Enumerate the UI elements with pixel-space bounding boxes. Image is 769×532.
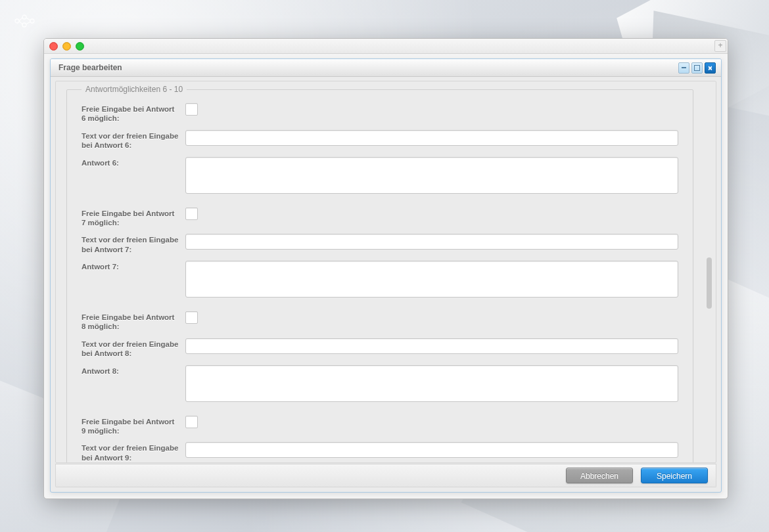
pretext-6-input[interactable] bbox=[185, 130, 678, 146]
free-entry-7-label: Freie Eingabe bei Antwort 7 möglich: bbox=[82, 208, 185, 228]
pretext-9-input[interactable] bbox=[185, 442, 678, 458]
answer-block-6: Freie Eingabe bei Antwort 6 möglich: Tex… bbox=[82, 103, 678, 196]
free-entry-8-label: Freie Eingabe bei Antwort 8 möglich: bbox=[82, 311, 185, 332]
pretext-8-input[interactable] bbox=[185, 338, 678, 354]
svg-line-5 bbox=[19, 21, 22, 24]
pretext-9-label: Text vor der freien Eingabe bei Antwort … bbox=[82, 442, 185, 462]
dialog-body: Antwortmöglichkeiten 6 - 10 Freie Eingab… bbox=[55, 81, 716, 463]
free-entry-9-label: Freie Eingabe bei Antwort 9 möglich: bbox=[82, 416, 185, 436]
answer-7-label: Antwort 7: bbox=[82, 261, 185, 271]
svg-line-6 bbox=[26, 18, 30, 20]
save-button[interactable]: Speichern bbox=[641, 468, 708, 483]
window-close-icon[interactable] bbox=[49, 42, 58, 51]
svg-point-3 bbox=[30, 19, 34, 23]
edit-question-dialog: Frage bearbeiten × Antwortmöglichkeiten … bbox=[50, 58, 722, 493]
answer-8-label: Antwort 8: bbox=[82, 365, 185, 376]
answer-options-fieldset: Antwortmöglichkeiten 6 - 10 Freie Eingab… bbox=[66, 85, 693, 463]
cancel-button[interactable]: Abbrechen bbox=[566, 468, 633, 483]
svg-point-2 bbox=[22, 23, 26, 27]
dialog-title-controls: × bbox=[678, 62, 716, 74]
free-entry-6-checkbox[interactable] bbox=[185, 103, 198, 116]
answer-block-8: Freie Eingabe bei Antwort 8 möglich: Tex… bbox=[82, 311, 678, 404]
dialog-footer: Abbrechen Speichern bbox=[55, 464, 716, 487]
free-entry-8-checkbox[interactable] bbox=[185, 311, 198, 324]
pretext-8-label: Text vor der freien Eingabe bei Antwort … bbox=[82, 338, 185, 359]
answer-6-label: Antwort 6: bbox=[82, 157, 185, 167]
svg-point-1 bbox=[22, 15, 26, 19]
svg-point-0 bbox=[15, 19, 19, 23]
free-entry-6-label: Freie Eingabe bei Antwort 6 möglich: bbox=[82, 103, 185, 123]
answer-6-textarea[interactable] bbox=[185, 157, 678, 194]
vertical-scrollbar[interactable] bbox=[707, 88, 712, 456]
pretext-7-input[interactable] bbox=[185, 234, 678, 250]
window-traffic-lights bbox=[49, 42, 84, 51]
window-titlebar[interactable]: + bbox=[44, 39, 728, 54]
app-window: + Frage bearbeiten × Antwortmöglichkeite… bbox=[43, 38, 728, 499]
new-tab-button[interactable]: + bbox=[714, 40, 726, 52]
free-entry-9-checkbox[interactable] bbox=[185, 416, 198, 428]
answer-8-textarea[interactable] bbox=[185, 365, 678, 402]
answer-block-9: Freie Eingabe bei Antwort 9 möglich: Tex… bbox=[82, 416, 678, 464]
dialog-title: Frage bearbeiten bbox=[58, 63, 122, 72]
dialog-titlebar[interactable]: Frage bearbeiten × bbox=[51, 59, 721, 77]
free-entry-7-checkbox[interactable] bbox=[185, 208, 198, 220]
scrollbar-thumb[interactable] bbox=[707, 257, 712, 309]
window-minimize-icon[interactable] bbox=[62, 42, 71, 51]
dialog-minimize-button[interactable] bbox=[678, 62, 689, 74]
pretext-7-label: Text vor der freien Eingabe bei Antwort … bbox=[82, 234, 185, 254]
app-logo-icon bbox=[14, 14, 38, 28]
window-zoom-icon[interactable] bbox=[76, 42, 84, 51]
answer-7-textarea[interactable] bbox=[185, 261, 678, 298]
svg-line-4 bbox=[19, 18, 22, 21]
answer-block-7: Freie Eingabe bei Antwort 7 möglich: Tex… bbox=[82, 208, 678, 300]
pretext-6-label: Text vor der freien Eingabe bei Antwort … bbox=[82, 130, 185, 150]
fieldset-legend: Antwortmöglichkeiten 6 - 10 bbox=[82, 85, 187, 94]
dialog-maximize-button[interactable] bbox=[691, 62, 703, 74]
svg-line-7 bbox=[26, 22, 30, 24]
dialog-close-button[interactable]: × bbox=[705, 62, 716, 74]
